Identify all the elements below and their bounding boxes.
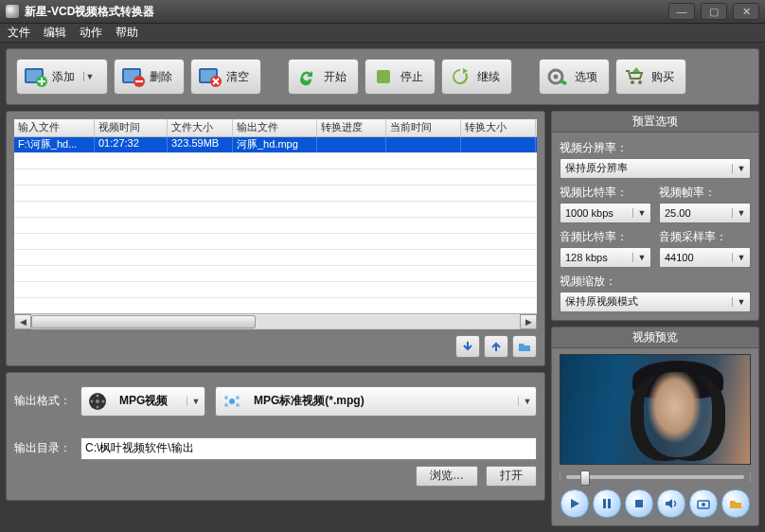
col-filesize[interactable]: 文件大小	[168, 119, 233, 136]
buy-button[interactable]: 购买	[615, 59, 686, 95]
main-toolbar: 添加 ▼ 删除 清空 开始 停止	[6, 48, 759, 105]
film-remove-icon	[120, 66, 145, 87]
folder-open-icon	[729, 498, 742, 509]
snapshot-button[interactable]	[689, 489, 718, 518]
pause-icon	[601, 498, 613, 509]
title-bar: 新星-VCD视频格式转换器 — ▢ ✕	[0, 0, 765, 24]
svg-rect-10	[377, 70, 390, 83]
preview-title: 视频预览	[552, 328, 758, 348]
svg-point-13	[631, 80, 634, 84]
video-zoom-dropdown[interactable]: 保持原视频模式 ▼	[560, 292, 751, 312]
move-down-button[interactable]	[455, 335, 480, 358]
stop-square-icon	[633, 498, 645, 509]
chevron-down-icon[interactable]: ▼	[518, 397, 536, 406]
video-bitrate-label: 视频比特率：	[560, 185, 651, 201]
play-button[interactable]	[560, 489, 589, 518]
video-res-dropdown[interactable]: 保持原分辨率 ▼	[560, 158, 751, 179]
open-button[interactable]: 打开	[486, 466, 537, 487]
cell-input: F:\河豚_hd...	[14, 137, 95, 152]
audio-bitrate-dropdown[interactable]: 128 kbps ▼	[560, 247, 651, 268]
col-output[interactable]: 输出文件	[233, 119, 317, 136]
col-convsize[interactable]: 转换大小	[461, 119, 536, 136]
file-table-header: 输入文件 视频时间 文件大小 输出文件 转换进度 当前时间 转换大小	[14, 119, 537, 137]
svg-point-18	[97, 405, 99, 408]
menu-file[interactable]: 文件	[8, 25, 30, 41]
chevron-down-icon[interactable]: ▼	[732, 253, 750, 262]
maximize-button[interactable]: ▢	[701, 3, 727, 20]
player-stop-button[interactable]	[625, 489, 653, 518]
remove-button-label: 删除	[150, 69, 172, 85]
menu-help[interactable]: 帮助	[116, 25, 138, 41]
start-button[interactable]: 开始	[288, 59, 359, 95]
col-videotime[interactable]: 视频时间	[95, 119, 168, 136]
chevron-down-icon[interactable]: ▼	[732, 208, 750, 218]
video-res-label: 视频分辨率：	[560, 140, 751, 156]
browse-button[interactable]: 浏览…	[416, 466, 478, 487]
audio-sample-dropdown[interactable]: 44100 ▼	[659, 247, 751, 268]
video-preview	[560, 354, 751, 465]
video-bitrate-dropdown[interactable]: 1000 kbps ▼	[560, 203, 651, 223]
table-row[interactable]: F:\河豚_hd... 01:27:32 323.59MB 河豚_hd.mpg	[14, 137, 537, 153]
folder-button[interactable]	[512, 335, 537, 358]
chevron-down-icon[interactable]: ▼	[632, 253, 650, 262]
svg-point-19	[91, 399, 94, 402]
pause-button[interactable]	[593, 489, 621, 518]
add-button[interactable]: 添加 ▼	[16, 59, 108, 95]
video-zoom-value: 保持原视频模式	[560, 294, 732, 309]
play-icon	[569, 498, 580, 509]
file-table[interactable]: 输入文件 视频时间 文件大小 输出文件 转换进度 当前时间 转换大小 F:\河豚…	[14, 119, 537, 313]
volume-button[interactable]	[657, 489, 685, 518]
video-fps-value: 25.00	[660, 207, 732, 219]
svg-point-21	[229, 399, 235, 404]
move-up-button[interactable]	[484, 335, 508, 358]
start-button-label: 开始	[324, 69, 347, 85]
stop-button[interactable]: 停止	[365, 59, 436, 95]
preset-title: 预置选项	[552, 112, 758, 133]
clear-button[interactable]: 清空	[190, 59, 261, 95]
options-button[interactable]: 选项	[539, 59, 610, 95]
menu-edit[interactable]: 编辑	[44, 25, 66, 41]
chevron-down-icon[interactable]: ▼	[732, 297, 750, 307]
svg-point-20	[102, 399, 105, 402]
video-fps-dropdown[interactable]: 25.00 ▼	[659, 203, 751, 223]
svg-rect-28	[635, 500, 643, 507]
chevron-down-icon[interactable]: ▼	[632, 208, 650, 218]
col-curtime[interactable]: 当前时间	[386, 119, 461, 136]
seek-slider[interactable]	[560, 472, 751, 482]
scroll-left-button[interactable]: ◀	[14, 314, 31, 329]
scroll-thumb[interactable]	[31, 315, 256, 328]
chevron-down-icon[interactable]: ▼	[83, 72, 96, 81]
svg-point-25	[236, 403, 240, 407]
col-input[interactable]: 输入文件	[14, 119, 95, 136]
resume-button[interactable]: 继续	[441, 59, 512, 95]
svg-point-12	[554, 75, 559, 80]
scroll-right-button[interactable]: ▶	[520, 314, 537, 329]
menu-action[interactable]: 动作	[80, 25, 102, 41]
output-profile-combo[interactable]: MPG标准视频(*.mpg) ▼	[215, 386, 537, 417]
seek-thumb[interactable]	[580, 470, 590, 486]
close-button[interactable]: ✕	[733, 3, 759, 20]
output-dir-input[interactable]	[80, 437, 537, 460]
resume-icon	[448, 66, 472, 87]
horizontal-scrollbar[interactable]: ◀ ▶	[14, 313, 537, 329]
svg-point-30	[702, 503, 705, 506]
output-format-text: MPG视频	[114, 393, 187, 409]
folder-icon	[518, 340, 531, 353]
svg-rect-6	[135, 80, 143, 82]
chevron-down-icon[interactable]: ▼	[732, 164, 750, 173]
cell-progress	[317, 137, 386, 152]
col-progress[interactable]: 转换进度	[317, 119, 386, 136]
cart-icon	[622, 66, 647, 87]
open-folder-button[interactable]	[721, 489, 750, 518]
video-zoom-label: 视频缩放：	[560, 274, 751, 290]
chevron-down-icon[interactable]: ▼	[187, 397, 205, 406]
minimize-button[interactable]: —	[668, 3, 695, 20]
buy-button-label: 购买	[651, 69, 674, 85]
cell-videotime: 01:27:32	[95, 137, 168, 152]
output-format-combo[interactable]: MPG视频 ▼	[80, 386, 205, 417]
film-clear-icon	[197, 66, 222, 87]
svg-point-14	[638, 80, 642, 84]
preview-panel: 视频预览	[551, 327, 759, 526]
app-icon	[6, 5, 19, 18]
remove-button[interactable]: 删除	[114, 59, 185, 95]
